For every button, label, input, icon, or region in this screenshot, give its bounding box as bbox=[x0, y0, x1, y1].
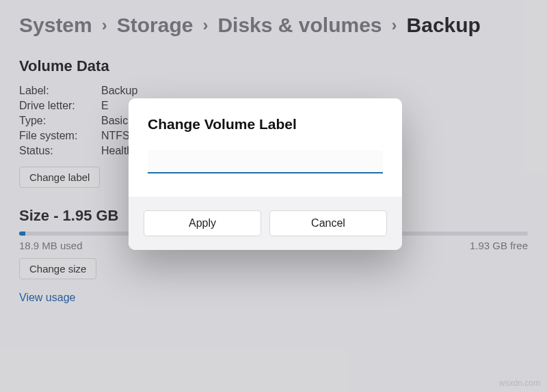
volume-label-input[interactable] bbox=[148, 150, 383, 173]
dialog-title: Change Volume Label bbox=[148, 116, 383, 132]
change-volume-label-dialog: Change Volume Label Apply Cancel bbox=[129, 98, 402, 250]
watermark: wsxdn.com bbox=[499, 378, 540, 388]
cancel-button[interactable]: Cancel bbox=[269, 210, 387, 236]
apply-button[interactable]: Apply bbox=[144, 210, 261, 236]
dialog-footer: Apply Cancel bbox=[129, 197, 402, 250]
dialog-body: Change Volume Label bbox=[129, 98, 402, 197]
